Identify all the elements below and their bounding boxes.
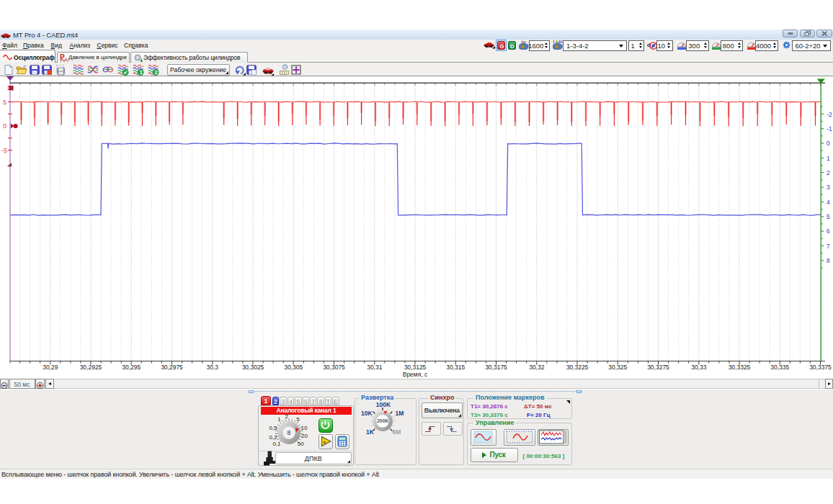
svg-text:30,32: 30,32: [529, 364, 545, 371]
svg-text:30,2975: 30,2975: [161, 364, 183, 371]
svg-text:30,3175: 30,3175: [485, 364, 507, 371]
svg-text:1: 1: [553, 40, 555, 44]
svg-text:8: 8: [287, 429, 290, 436]
svg-text:30,315: 30,315: [446, 364, 465, 371]
svg-text:30,3: 30,3: [207, 364, 219, 371]
svg-text:-1: -1: [827, 125, 832, 132]
svg-text:8: 8: [827, 257, 830, 264]
svg-text:7: 7: [827, 243, 830, 250]
svg-text:0: 0: [827, 140, 830, 147]
svg-text:30,3125: 30,3125: [404, 364, 427, 371]
svg-text:4: 4: [827, 199, 830, 206]
svg-text:5: 5: [3, 99, 6, 106]
svg-text:30,3275: 30,3275: [647, 364, 669, 371]
svg-text:1: 1: [827, 155, 830, 162]
svg-text:5: 5: [827, 213, 830, 220]
svg-text:30,3225: 30,3225: [566, 364, 589, 371]
svg-text:30,3025: 30,3025: [242, 364, 264, 371]
svg-text:3: 3: [827, 184, 830, 191]
svg-text:-2: -2: [827, 111, 832, 118]
svg-text:30,3325: 30,3325: [729, 364, 751, 371]
svg-text:1: 1: [140, 69, 143, 76]
svg-text:6: 6: [827, 228, 830, 235]
svg-text:30,295: 30,295: [122, 364, 141, 371]
svg-text:30,3375: 30,3375: [809, 364, 832, 371]
svg-text:30,305: 30,305: [284, 364, 303, 371]
svg-text:Время, с: Время, с: [403, 371, 428, 378]
svg-text:30,31: 30,31: [367, 364, 383, 371]
svg-text:2: 2: [827, 169, 830, 176]
svg-text:30,325: 30,325: [608, 364, 627, 371]
svg-text:0: 0: [3, 122, 6, 130]
svg-text:30,335: 30,335: [770, 364, 789, 371]
svg-text:30,33: 30,33: [691, 364, 707, 371]
svg-text:30,3075: 30,3075: [323, 364, 345, 371]
svg-text:-5: -5: [1, 147, 7, 154]
svg-text:P: P: [60, 53, 65, 61]
svg-text:2: 2: [154, 69, 157, 76]
svg-text:30,29: 30,29: [43, 364, 58, 371]
svg-text:30,2925: 30,2925: [80, 364, 102, 371]
